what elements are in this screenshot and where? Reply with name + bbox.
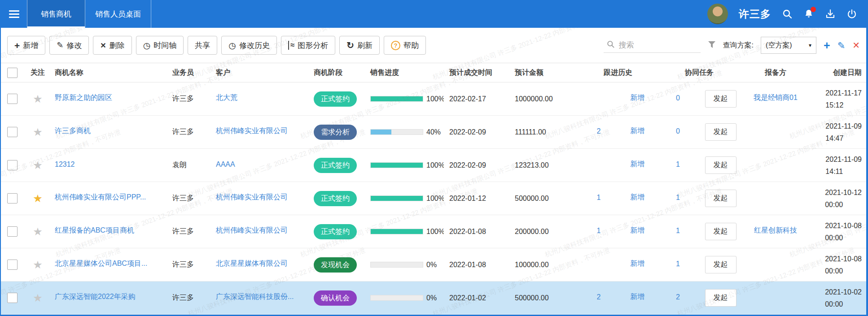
notifications-bell-icon[interactable] xyxy=(803,9,814,19)
initiate-button[interactable]: 发起 xyxy=(705,289,736,307)
share-button[interactable]: 共享 xyxy=(188,36,217,55)
initiate-button[interactable]: 发起 xyxy=(705,223,736,240)
reporter-link[interactable]: 我是经销商01 xyxy=(754,93,798,103)
opportunity-name-link[interactable]: 杭州伟峰实业有限公司PPP... xyxy=(55,193,146,202)
row-checkbox[interactable] xyxy=(7,260,18,270)
collab-task-count-wrap: 1 xyxy=(657,260,699,270)
customer-link[interactable]: 杭州伟峰实业有限公司 xyxy=(216,226,288,235)
progress-bar xyxy=(370,262,423,268)
column-header: 跟进历史 xyxy=(579,68,657,78)
add-plan-icon[interactable]: + xyxy=(824,40,830,51)
initiate-button[interactable]: 发起 xyxy=(705,90,736,108)
customer-link[interactable]: AAAA xyxy=(216,160,235,169)
table-row[interactable]: ★许三多商机许三多杭州伟峰实业有限公司需求分析40%2022-02-091111… xyxy=(1,116,866,149)
customer-link[interactable]: 北京星星媒体有限公司 xyxy=(216,259,288,268)
add-button[interactable]: +新增 xyxy=(7,36,45,55)
opportunity-name-link[interactable]: 许三多商机 xyxy=(55,126,91,136)
table-row[interactable]: ★北京星星媒体公司ABC项目...许三多北京星星媒体有限公司发现机会0%2022… xyxy=(1,248,866,281)
row-checkbox[interactable] xyxy=(7,127,18,137)
star-icon[interactable]: ★ xyxy=(33,259,43,271)
customer-link[interactable]: 广东深远智能科技股份... xyxy=(216,292,294,302)
query-plan-select[interactable]: (空方案) ▾ xyxy=(761,37,816,54)
initiate-button[interactable]: 发起 xyxy=(705,156,736,174)
collab-task-count-link[interactable]: 1 xyxy=(676,194,680,202)
table-row[interactable]: ★杭州伟峰实业有限公司PPP...许三多杭州伟峰实业有限公司正式签约100%20… xyxy=(1,182,866,215)
collab-task-count-link[interactable]: 1 xyxy=(676,260,680,268)
add-follow-link[interactable]: 新增 xyxy=(630,160,644,169)
timeline-button[interactable]: ◷时间轴 xyxy=(136,36,184,55)
initiate-button[interactable]: 发起 xyxy=(705,256,736,273)
star-icon[interactable]: ★ xyxy=(33,292,43,304)
add-follow-link[interactable]: 新增 xyxy=(630,226,644,235)
follow-history-count-link[interactable]: 2 xyxy=(597,293,601,301)
topbar-right: 许三多 xyxy=(707,0,866,28)
search-input[interactable] xyxy=(619,41,693,50)
collab-task-count-wrap: 2 xyxy=(657,293,699,303)
add-follow-link[interactable]: 新增 xyxy=(630,193,644,202)
help-button[interactable]: ?帮助 xyxy=(384,36,426,55)
opportunity-name-link[interactable]: 12312 xyxy=(55,160,75,169)
avatar[interactable] xyxy=(707,4,728,24)
filter-funnel-icon[interactable] xyxy=(708,41,716,50)
collab-task-count-link[interactable]: 0 xyxy=(676,127,680,135)
row-checkbox[interactable] xyxy=(7,293,18,303)
star-icon[interactable]: ★ xyxy=(33,93,43,105)
collab-task-count-link[interactable]: 2 xyxy=(676,293,680,301)
customer-link[interactable]: 杭州伟峰实业有限公司 xyxy=(216,193,288,202)
opportunity-name-link[interactable]: 红星报备的ABC项目商机 xyxy=(55,226,134,235)
chart-analysis-button[interactable]: ≈图形分析 xyxy=(281,36,335,55)
collab-task-count-link[interactable]: 1 xyxy=(676,227,680,235)
follow-history-count-link[interactable]: 1 xyxy=(597,194,601,202)
customer-link[interactable]: 北大荒 xyxy=(216,93,237,103)
follow-history-count-link[interactable]: 2 xyxy=(597,127,601,135)
edit-plan-icon[interactable]: ✎ xyxy=(837,41,846,50)
row-checkbox[interactable] xyxy=(7,226,18,237)
delete-button-label: 删除 xyxy=(110,40,125,51)
initiate-button[interactable]: 发起 xyxy=(705,123,736,141)
add-follow-link[interactable]: 新增 xyxy=(630,259,644,268)
follow-history-cell: 新增 xyxy=(579,160,657,171)
refresh-icon: ↻ xyxy=(346,40,354,51)
menu-icon[interactable] xyxy=(1,0,27,28)
add-follow-link[interactable]: 新增 xyxy=(630,93,644,103)
query-plan-value: (空方案) xyxy=(766,41,792,50)
row-checkbox[interactable] xyxy=(7,160,18,170)
search-icon[interactable] xyxy=(782,9,793,19)
download-icon[interactable] xyxy=(825,9,836,19)
topbar-tab[interactable]: 销售人员桌面 xyxy=(85,0,151,28)
star-icon[interactable]: ★ xyxy=(33,126,43,139)
opportunity-name-link[interactable]: 野原新之助的园区 xyxy=(55,93,112,103)
collab-task-count-link[interactable]: 0 xyxy=(676,94,680,102)
edit-history-button[interactable]: ◷修改历史 xyxy=(221,36,277,55)
table-row[interactable]: ★广东深远智能2022年采购许三多广东深远智能科技股份...确认机会0%2022… xyxy=(1,281,866,315)
table-row[interactable]: ★12312袁朗AAAA正式签约100%2022-02-09123213.00新… xyxy=(1,149,866,182)
star-icon[interactable]: ★ xyxy=(33,159,43,172)
row-checkbox[interactable] xyxy=(7,193,18,203)
initiate-button[interactable]: 发起 xyxy=(705,190,736,207)
username: 许三多 xyxy=(739,7,771,21)
add-follow-link[interactable]: 新增 xyxy=(630,126,644,136)
select-all-checkbox[interactable] xyxy=(7,68,18,78)
row-checkbox-cell xyxy=(1,260,26,270)
refresh-button[interactable]: ↻刷新 xyxy=(339,36,380,55)
opportunity-name-link[interactable]: 广东深远智能2022年采购 xyxy=(55,292,136,302)
table-row[interactable]: ★野原新之助的园区许三多北大荒正式签约100%2022-02-171000000… xyxy=(1,82,866,116)
star-icon[interactable]: ★ xyxy=(33,225,43,238)
progress-bar-fill xyxy=(371,130,391,134)
star-icon[interactable]: ★ xyxy=(33,192,43,205)
power-icon[interactable] xyxy=(846,9,857,19)
delete-button[interactable]: ✕删除 xyxy=(93,36,132,55)
stage-cell: 正式签约 xyxy=(308,158,365,173)
opportunity-name-link[interactable]: 北京星星媒体公司ABC项目... xyxy=(55,259,147,268)
edit-button[interactable]: ✎修改 xyxy=(49,36,89,55)
follow-history-count-link[interactable]: 1 xyxy=(597,227,601,235)
customer-link[interactable]: 杭州伟峰实业有限公司 xyxy=(216,126,288,136)
topbar-tab[interactable]: 销售商机 xyxy=(27,0,85,28)
row-checkbox[interactable] xyxy=(7,94,18,104)
collab-task-count-wrap: 0 xyxy=(657,94,699,104)
delete-plan-icon[interactable]: ✕ xyxy=(852,41,860,50)
table-row[interactable]: ★红星报备的ABC项目商机许三多杭州伟峰实业有限公司正式签约100%2022-0… xyxy=(1,215,866,248)
collab-task-count-link[interactable]: 1 xyxy=(676,160,680,169)
add-follow-link[interactable]: 新增 xyxy=(630,292,644,302)
reporter-link[interactable]: 红星创新科技 xyxy=(754,226,797,235)
